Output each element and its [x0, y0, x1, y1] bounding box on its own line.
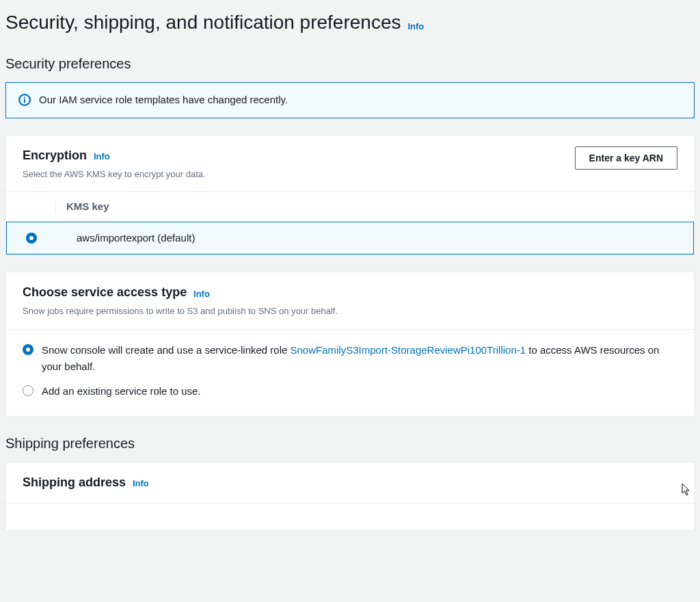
- kms-table-header: KMS key: [6, 192, 694, 222]
- service-access-panel: Choose service access type Info Snow job…: [5, 272, 695, 417]
- page-title: Security, shipping, and notification pre…: [5, 12, 401, 33]
- shipping-section-heading: Shipping preferences: [5, 433, 695, 454]
- iam-alert-text: Our IAM service role templates have chan…: [39, 92, 288, 108]
- service-access-option-existing-radio[interactable]: [23, 385, 33, 396]
- kms-key-label: aws/importexport (default): [59, 231, 195, 246]
- svg-point-1: [24, 97, 25, 99]
- cursor-icon: [681, 483, 690, 497]
- kms-key-radio[interactable]: [26, 233, 37, 244]
- shipping-address-title: Shipping address: [23, 475, 126, 489]
- service-access-option-existing-label: Add an existing service role to use.: [42, 383, 201, 400]
- kms-key-column-header: KMS key: [66, 200, 109, 212]
- kms-key-row[interactable]: aws/importexport (default): [6, 222, 694, 255]
- encryption-info-link[interactable]: Info: [94, 151, 110, 161]
- service-access-option-create[interactable]: Snow console will create and use a servi…: [23, 342, 677, 375]
- service-access-option-create-prefix: Snow console will create and use a servi…: [42, 344, 291, 356]
- iam-alert: Our IAM service role templates have chan…: [5, 82, 695, 118]
- encryption-panel: Encryption Info Select the AWS KMS key t…: [5, 135, 695, 256]
- security-section-heading: Security preferences: [5, 53, 695, 74]
- service-access-title: Choose service access type: [23, 285, 187, 299]
- enter-key-arn-button[interactable]: Enter a key ARN: [575, 146, 677, 170]
- encryption-desc: Select the AWS KMS key to encrypt your d…: [23, 168, 567, 181]
- service-access-info-link[interactable]: Info: [193, 289, 210, 299]
- shipping-address-panel: Shipping address Info: [5, 462, 695, 531]
- service-access-option-existing[interactable]: Add an existing service role to use.: [23, 383, 677, 400]
- page-info-link[interactable]: Info: [407, 21, 424, 31]
- svg-rect-2: [24, 99, 25, 103]
- info-icon: [18, 94, 31, 106]
- service-linked-role-link[interactable]: SnowFamilyS3Import-StorageReviewPi100Tri…: [291, 344, 526, 356]
- service-access-option-create-radio[interactable]: [23, 344, 33, 355]
- shipping-address-info-link[interactable]: Info: [133, 478, 149, 488]
- service-access-desc: Snow jobs require permissions to write t…: [23, 304, 677, 318]
- encryption-title: Encryption: [23, 148, 87, 162]
